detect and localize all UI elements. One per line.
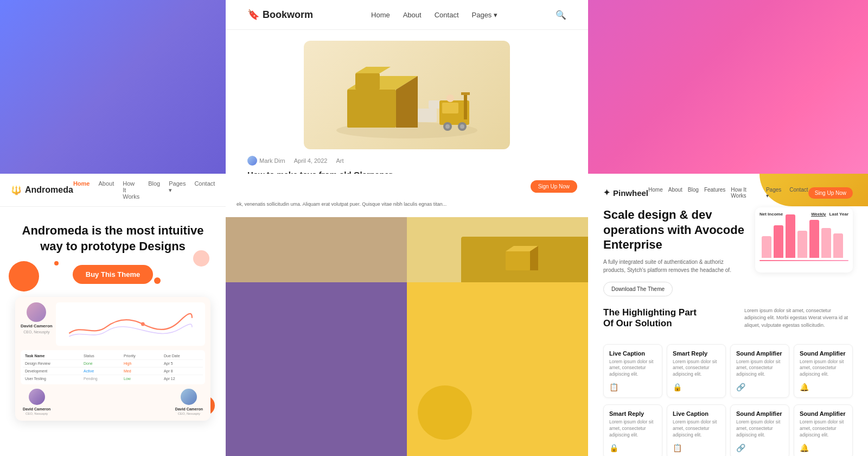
feature-title: Smart Reply [609,410,656,417]
nav-about[interactable]: About [403,11,422,19]
bookworm-nav-links: Home About Contact Pages ▾ [371,11,497,19]
bottom-mid-panel: Sign Up Now ek, venenatis sollicitudin u… [226,174,588,456]
svg-rect-15 [442,103,458,113]
table-cell: Design Review [25,362,80,365]
yellow-section [407,282,588,456]
section-desc: Lorem ipsum dolor sit amet, consectetur … [744,307,853,330]
bar-2 [774,225,783,258]
bottom-role-1: CEO, Nexuspty [25,412,48,415]
feature-desc: Lorem ipsum dolor sit amet, consectetur … [609,419,656,439]
warehouse-svg [326,46,488,144]
chart-period-lastyear[interactable]: Last Year [829,212,848,217]
download-theme-button[interactable]: Download The Theme [603,282,673,296]
svg-rect-6 [418,109,437,122]
andromeda-logo-text: Andromeda [25,185,73,195]
andromeda-navbar: 🔱 Andromeda Home About How It Works Blog… [0,174,226,207]
table-cell: High [124,362,161,365]
chart-svg [59,306,202,343]
andromeda-logo: 🔱 Andromeda [11,185,73,195]
mid-signup-button[interactable]: Sign Up Now [531,180,577,193]
pinwheel-signup-button[interactable]: Sing Up Now [808,187,853,199]
author-avatar [247,156,257,166]
table-cell: Pending [84,377,120,381]
nav-contact-andromeda[interactable]: Contact [194,180,215,200]
bookworm-logo-text: Bookworm [263,9,313,21]
nav-home-andromeda[interactable]: Home [73,180,90,200]
pinwheel-panel: ✦ Pinwheel Home About Blog Features How … [588,174,868,456]
brown-image [226,217,407,282]
bar-6 [821,228,831,258]
andromeda-hero: Andromeda is the most intuitive way to p… [0,207,226,432]
pw-nav-features[interactable]: Features [704,187,725,199]
pinwheel-nav-links: Home About Blog Features How It Works Pa… [648,187,808,199]
author-name: Mark Dirn [259,157,285,164]
nav-pages[interactable]: Pages ▾ [472,11,497,19]
yellow-box-image [407,217,588,282]
feature-card-live-caption-2: Live Caption Lorem ipsum dolor sit amet,… [667,404,726,456]
feature-desc: Lorem ipsum dolor sit amet, consectetur … [673,359,720,378]
bottom-name-1: David Cameron [23,407,50,411]
dashboard-bottom-profiles: David Cameron CEO, Nexuspty David Camero… [21,384,205,415]
search-icon[interactable]: 🔍 [556,10,566,20]
andromeda-hero-title: Andromeda is the most intuitive way to p… [11,223,215,254]
main-grid: 🔖 Bookworm Home About Contact Pages ▾ 🔍 [0,0,868,456]
chart-bars [760,220,848,258]
top-right-gradient [588,0,868,174]
table-cell: Apr 12 [164,377,201,381]
pw-nav-about[interactable]: About [668,187,682,199]
purple-section [226,282,407,456]
bottom-mid-top: Sign Up Now ek, venenatis sollicitudin u… [226,174,588,282]
nav-howitworks[interactable]: How It Works [123,180,139,200]
pw-nav-pages[interactable]: Pages ▾ [766,187,784,199]
mid-images-row [226,217,588,282]
box-svg [503,243,546,276]
feature-icon-amplifier-4: 🔔 [800,444,809,452]
feature-desc: Lorem ipsum dolor sit amet, consectetur … [609,359,656,378]
svg-rect-9 [464,92,467,119]
bar-5 [809,220,819,258]
bar-7 [833,233,843,258]
bookworm-navbar: 🔖 Bookworm Home About Contact Pages ▾ 🔍 [226,0,588,30]
pinwheel-hero: Scale design & dev operations with Avoco… [603,207,853,296]
feature-title: Sound Amplifier [736,350,783,357]
feature-title: Smart Reply [673,350,720,357]
feature-desc: Lorem ipsum dolor sit amet, consectetur … [736,419,783,439]
feature-icon-caption: 📋 [609,383,618,391]
feature-title: Sound Amplifier [800,350,847,357]
pinwheel-hero-text: Scale design & dev operations with Avoco… [603,207,746,296]
section-right-text: Lorem ipsum dolor sit amet, consectetur … [744,307,853,337]
buy-theme-button[interactable]: Buy This Theme [73,265,153,284]
feature-title: Live Caption [673,410,720,417]
nav-pages-andromeda[interactable]: Pages ▾ [169,180,186,200]
pinwheel-logo: ✦ Pinwheel [603,188,648,198]
pw-nav-home[interactable]: Home [648,187,663,199]
chart-period-controls: Weekly Last Year [811,212,848,217]
pinwheel-navbar: ✦ Pinwheel Home About Blog Features How … [603,187,853,199]
feature-desc: Lorem ipsum dolor sit amet, consectetur … [736,359,783,378]
lorem-text: ek, venenatis sollicitudin uma. Aliquam … [237,201,534,208]
bookworm-panel: 🔖 Bookworm Home About Contact Pages ▾ 🔍 [226,0,588,174]
feature-icon-amplifier-1: 🔗 [736,383,745,391]
feature-card-sound-amplifier-1: Sound Amplifier Lorem ipsum dolor sit am… [730,344,789,398]
box-image-inner [461,237,588,282]
profile-bottom-2: David Cameron CEO, Nexuspty [175,389,203,415]
table-cell: Development [25,369,80,373]
pw-nav-howitworks[interactable]: How It Works [731,187,761,199]
profile-name-1: David Cameron [21,324,53,328]
bar-3 [786,214,795,258]
nav-about-andromeda[interactable]: About [98,180,114,200]
dashboard-top-row: David Cameron CEO, Nexuspty [21,302,205,346]
pw-nav-contact[interactable]: Contact [789,187,808,199]
nav-contact[interactable]: Contact [435,11,459,19]
table-cell: Priority [124,354,161,358]
andromeda-panel: 🔱 Andromeda Home About How It Works Blog… [0,174,226,456]
nav-home[interactable]: Home [371,11,390,19]
pinwheel-hero-desc: A fully integrated suite of authenticati… [603,258,746,274]
table-cell: Task Name [25,354,80,358]
pw-nav-blog[interactable]: Blog [688,187,699,199]
features-grid-row2: Smart Reply Lorem ipsum dolor sit amet, … [603,404,853,456]
features-grid-row1: Live Caption Lorem ipsum dolor sit amet,… [603,344,853,398]
nav-blog-andromeda[interactable]: Blog [148,180,160,200]
author-info: Mark Dirn [247,156,285,166]
chart-period-weekly[interactable]: Weekly [811,212,826,217]
